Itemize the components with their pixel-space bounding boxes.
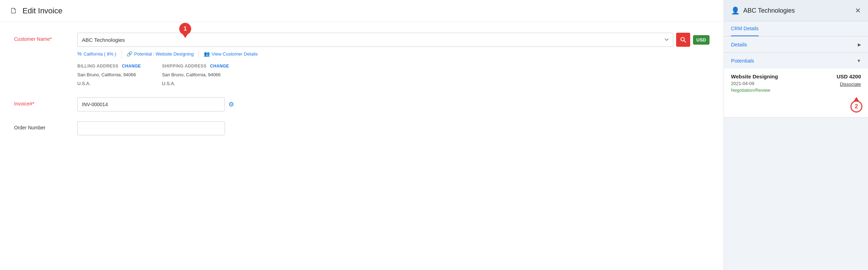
potential-right: USD 4200 Dissociate: [837, 73, 861, 87]
potential-item-row: Website Designing 2021-04-09 Negotiation…: [731, 73, 861, 93]
left-panel: 🗋 Edit Invoice Customer Name* 1 ABC Tech…: [0, 0, 724, 270]
potential-left: Website Designing 2021-04-09 Negotiation…: [731, 73, 778, 93]
billing-address-line1: San Bruno, California, 94066: [77, 71, 141, 79]
dissociate-link[interactable]: Dissociate: [840, 82, 861, 87]
customer-details-icon: 👥: [204, 51, 210, 57]
customer-select[interactable]: ABC Technologies: [77, 33, 673, 47]
potential-icon: 🔗: [127, 51, 132, 57]
invoice-input[interactable]: [77, 97, 225, 111]
details-section-arrow: ▶: [858, 42, 861, 47]
details-section-header[interactable]: Details ▶: [724, 37, 868, 52]
potential-name: Website Designing: [731, 73, 778, 79]
shipping-address-line1: San Bruno, California, 94066: [162, 71, 229, 79]
settings-icon[interactable]: ⚙: [228, 101, 234, 108]
shipping-address-title: SHIPPING ADDRESS: [162, 64, 207, 69]
invoice-row: Invoice#* ⚙: [14, 97, 710, 111]
billing-address-line2: U.S.A.: [77, 80, 141, 88]
marker-2-tail: [854, 97, 859, 101]
form-area: Customer Name* 1 ABC Technologies: [0, 22, 724, 270]
potential-date: 2021-04-09: [731, 81, 778, 86]
potentials-section: Potentials ▼ Website Designing 2021-04-0…: [724, 53, 868, 118]
close-button[interactable]: ✕: [855, 7, 861, 14]
search-icon: [680, 37, 686, 43]
potential-stage: Negotiation/Review: [731, 88, 778, 93]
customer-input-row: 1 ABC Technologies USD: [77, 33, 710, 47]
tax-link[interactable]: % California ( 8% ): [77, 50, 122, 58]
search-button[interactable]: [676, 33, 690, 47]
potential-item: Website Designing 2021-04-09 Negotiation…: [724, 69, 868, 98]
customer-name-row: Customer Name* 1 ABC Technologies: [14, 33, 710, 88]
order-number-field-group: [77, 121, 225, 135]
address-section: BILLING ADDRESS CHANGE San Bruno, Califo…: [77, 64, 710, 88]
shipping-address-block: SHIPPING ADDRESS CHANGE San Bruno, Calif…: [162, 64, 229, 88]
marker-1-badge: 1: [179, 23, 191, 38]
tab-crm-details[interactable]: CRM Details: [731, 21, 759, 36]
potentials-section-arrow: ▼: [857, 58, 861, 63]
marker-2-circle: 2: [850, 101, 862, 112]
billing-address-title: BILLING ADDRESS: [77, 64, 118, 69]
potentials-section-header[interactable]: Potentials ▼: [724, 53, 868, 69]
crm-content: Details ▶ Potentials ▼ Website Designing…: [724, 37, 868, 270]
potentials-section-title: Potentials: [731, 58, 754, 64]
order-number-label: Order Number: [14, 121, 70, 130]
right-panel-title: ABC Technologies: [743, 7, 795, 14]
info-links: % California ( 8% ) 🔗 Potential : Websit…: [77, 50, 710, 58]
billing-address-block: BILLING ADDRESS CHANGE San Bruno, Califo…: [77, 64, 141, 88]
person-icon: 👤: [731, 6, 740, 15]
details-section-title: Details: [731, 41, 747, 47]
invoice-label: Invoice#*: [14, 97, 70, 107]
billing-change-button[interactable]: CHANGE: [122, 64, 141, 69]
shipping-address-header: SHIPPING ADDRESS CHANGE: [162, 64, 229, 69]
marker-1-circle: 1: [179, 23, 191, 35]
page-title: Edit Invoice: [22, 6, 63, 15]
invoice-input-row: ⚙: [77, 97, 234, 111]
billing-address-header: BILLING ADDRESS CHANGE: [77, 64, 141, 69]
shipping-change-button[interactable]: CHANGE: [210, 64, 229, 69]
page-header: 🗋 Edit Invoice: [0, 0, 724, 22]
svg-line-1: [684, 41, 686, 43]
right-header-left: 👤 ABC Technologies: [731, 6, 795, 15]
currency-badge: USD: [693, 35, 710, 45]
shipping-address-line2: U.S.A.: [162, 80, 229, 88]
tax-icon: %: [77, 51, 82, 57]
order-number-input[interactable]: [77, 121, 225, 135]
potential-amount: USD 4200: [837, 73, 861, 79]
edit-invoice-icon: 🗋: [10, 6, 18, 15]
order-number-row: Order Number: [14, 121, 710, 135]
right-panel-header: 👤 ABC Technologies ✕: [724, 0, 868, 21]
crm-tabs: CRM Details: [724, 21, 868, 37]
marker-2-wrap: 2: [724, 98, 868, 117]
customer-name-label: Customer Name*: [14, 33, 70, 42]
customer-name-field-group: 1 ABC Technologies USD: [77, 33, 710, 88]
details-section: Details ▶: [724, 37, 868, 53]
potential-link[interactable]: 🔗 Potential : Website Designing: [122, 50, 199, 58]
customer-details-link[interactable]: 👥 View Customer Details: [199, 50, 263, 58]
right-panel: 👤 ABC Technologies ✕ CRM Details Details…: [724, 0, 868, 270]
